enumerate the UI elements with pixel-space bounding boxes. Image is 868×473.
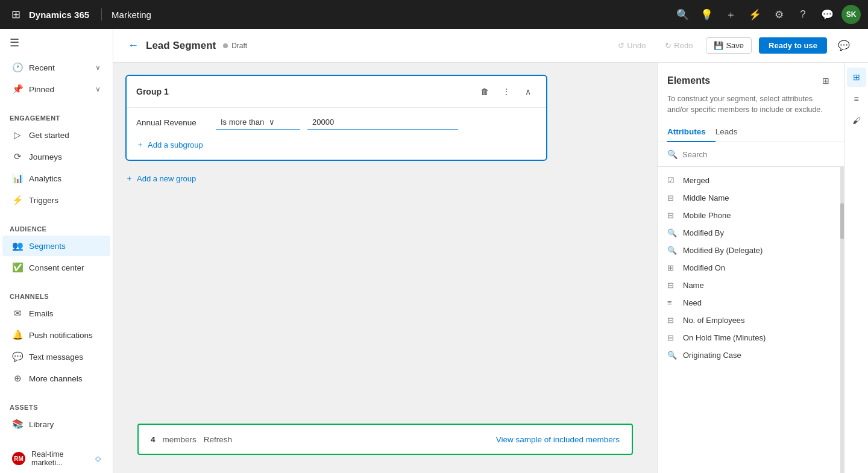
sidebar-item-consent-center[interactable]: ✅ Consent center — [2, 257, 110, 278]
search-field-icon: 🔍 — [667, 228, 677, 237]
more-channels-icon: ⊕ — [12, 373, 23, 384]
user-avatar[interactable]: SK — [841, 5, 861, 24]
brand-name: Dynamics 365 — [29, 10, 89, 20]
sidebar-item-pinned[interactable]: 📌 Pinned ∨ — [2, 79, 110, 99]
tab-attributes[interactable]: Attributes — [667, 122, 715, 142]
text-icon: ⊟ — [667, 316, 677, 325]
undo-icon: ↺ — [618, 41, 624, 50]
sidebar-item-journeys[interactable]: ⟳ Journeys — [2, 146, 110, 167]
push-icon: 🔔 — [12, 330, 23, 340]
search-field-icon: 🔍 — [667, 246, 677, 255]
filter-icon[interactable]: ⚡ — [745, 5, 764, 24]
sidebar-item-real-time[interactable]: RM Real-time marketi... ◇ — [2, 445, 110, 472]
text-icon: ⊟ — [667, 281, 677, 290]
panel-search-area: 🔍 — [658, 142, 844, 167]
lightbulb-icon[interactable]: 💡 — [697, 5, 716, 24]
list-item[interactable]: ☑ Merged — [658, 172, 840, 189]
brush-button[interactable]: 🖌 — [847, 111, 866, 130]
sidebar-item-push-notifications[interactable]: 🔔 Push notifications — [2, 325, 110, 345]
list-item[interactable]: ⊟ No. of Employees — [658, 312, 840, 329]
list-item[interactable]: ⊟ Name — [658, 277, 840, 294]
list-item[interactable]: ⊟ Middle Name — [658, 189, 840, 207]
grid-view-button[interactable]: ⊞ — [847, 67, 866, 87]
top-navigation: ⊞ Dynamics 365 Marketing 🔍 💡 ＋ ⚡ ⚙ ? 💬 S… — [0, 0, 868, 29]
pinned-icon: 📌 — [12, 84, 23, 95]
help-icon[interactable]: ? — [793, 5, 813, 24]
get-started-icon: ▷ — [12, 130, 23, 140]
delete-icon: 🗑 — [480, 87, 489, 96]
sidebar-item-analytics[interactable]: 📊 Analytics — [2, 168, 110, 189]
sidebar-item-triggers[interactable]: ⚡ Triggers — [2, 190, 110, 210]
add-icon[interactable]: ＋ — [721, 5, 740, 24]
ready-to-use-button[interactable]: Ready to use — [759, 37, 827, 54]
emails-icon: ✉ — [12, 308, 23, 319]
elements-list: ☑ Merged ⊟ Middle Name ⊟ Mobile Phone — [658, 167, 840, 473]
list-item[interactable]: 🔍 Originating Case — [658, 346, 840, 364]
sidebar: ☰ 🕐 Recent ∨ 📌 Pinned ∨ Engagement ▷ Get… — [0, 29, 113, 473]
undo-button[interactable]: ↺ Undo — [612, 38, 652, 53]
real-time-avatar: RM — [12, 452, 25, 465]
search-icon[interactable]: 🔍 — [673, 5, 692, 24]
more-options-button[interactable]: ⋮ — [498, 83, 515, 100]
list-item[interactable]: ⊟ On Hold Time (Minutes) — [658, 329, 840, 346]
sms-icon: 💬 — [12, 351, 23, 362]
status-badge: Draft — [223, 42, 247, 50]
analytics-icon: 📊 — [12, 173, 23, 184]
refresh-button[interactable]: Refresh — [204, 435, 232, 444]
text-icon: ⊟ — [667, 193, 677, 202]
feedback-icon[interactable]: 💬 — [817, 5, 837, 24]
add-group-plus-icon: ＋ — [125, 173, 133, 184]
sidebar-item-library[interactable]: 📚 Library — [2, 414, 110, 434]
collapse-icon: ∧ — [525, 87, 531, 96]
sidebar-item-text-messages[interactable]: 💬 Text messages — [2, 346, 110, 367]
right-panel: Elements ⊞ To construct your segment, se… — [657, 63, 844, 473]
sidebar-item-recent[interactable]: 🕐 Recent ∨ — [2, 57, 110, 78]
delete-group-button[interactable]: 🗑 — [476, 83, 493, 100]
list-item[interactable]: 🔍 Modified By (Delegate) — [658, 242, 840, 259]
scrollbar-thumb[interactable] — [840, 203, 844, 239]
library-icon: 📚 — [12, 419, 23, 430]
recent-icon: 🕐 — [12, 62, 23, 73]
content-area: ← Lead Segment Draft ↺ Undo ↻ Redo 💾 Sav… — [113, 29, 868, 473]
list-item[interactable]: ≡ Need — [658, 294, 840, 312]
journeys-icon: ⟳ — [12, 151, 23, 162]
consent-icon: ✅ — [12, 262, 23, 273]
waffle-menu-icon[interactable]: ⊞ — [7, 6, 24, 23]
panel-scrollbar[interactable] — [840, 167, 844, 473]
more-icon: ⋮ — [502, 87, 511, 96]
page-title: Lead Segment — [146, 40, 216, 52]
view-sample-link[interactable]: View sample of included members — [496, 435, 620, 444]
list-item[interactable]: 🔍 Modified By — [658, 224, 840, 242]
sidebar-item-more-channels[interactable]: ⊕ More channels — [2, 368, 110, 389]
hamburger-button[interactable]: ☰ — [0, 29, 113, 57]
list-item[interactable]: ⊟ Mobile Phone — [658, 207, 840, 224]
condition-dropdown[interactable]: Is more than ∨ — [216, 115, 300, 130]
back-button[interactable]: ← — [128, 39, 139, 52]
segments-icon: 👥 — [12, 240, 23, 251]
sidebar-item-get-started[interactable]: ▷ Get started — [2, 125, 110, 145]
save-button[interactable]: 💾 Save — [706, 37, 752, 54]
engagement-label: Engagement — [0, 110, 113, 124]
main-layout: ☰ 🕐 Recent ∨ 📌 Pinned ∨ Engagement ▷ Get… — [0, 29, 868, 473]
redo-button[interactable]: ↻ Redo — [659, 38, 699, 53]
sidebar-item-emails[interactable]: ✉ Emails — [2, 303, 110, 324]
dropdown-chevron-icon: ∨ — [269, 117, 275, 127]
sidebar-item-segments[interactable]: 👥 Segments — [2, 236, 110, 256]
list-view-button[interactable]: ≡ — [847, 89, 866, 108]
panel-tabs: Attributes Leads — [658, 122, 844, 142]
bottom-bar: 4 members Refresh View sample of include… — [137, 424, 633, 455]
text-icon: ⊟ — [667, 211, 677, 220]
elements-search-input[interactable] — [682, 150, 834, 159]
add-group-button[interactable]: ＋ Add a new group — [125, 171, 196, 186]
panel-grid-view-button[interactable]: ⊞ — [817, 72, 834, 89]
module-name: Marketing — [112, 10, 151, 20]
chat-icon[interactable]: 💬 — [834, 36, 854, 55]
collapse-group-button[interactable]: ∧ — [520, 83, 536, 100]
attribute-value-input[interactable] — [307, 115, 458, 130]
list-item[interactable]: ⊞ Modified On — [658, 259, 840, 277]
add-subgroup-button[interactable]: ＋ Add a subgroup — [136, 137, 203, 152]
tab-leads[interactable]: Leads — [715, 122, 747, 142]
settings-icon[interactable]: ⚙ — [769, 5, 788, 24]
attribute-label: Annual Revenue — [136, 118, 209, 127]
date-icon: ⊞ — [667, 263, 677, 272]
